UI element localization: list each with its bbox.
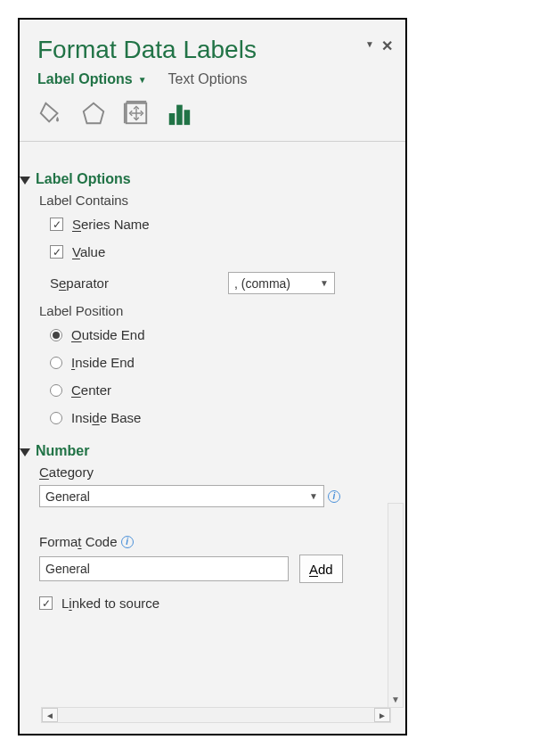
separator-label: Separator — [50, 275, 228, 291]
number-body: Category General ▼ i Format Code i Add — [39, 464, 405, 611]
panel-title: Format Data Labels — [37, 36, 257, 64]
category-dropdown[interactable]: General ▼ — [39, 485, 324, 507]
close-icon[interactable]: ✕ — [381, 37, 393, 54]
panel-header: Format Data Labels ✕ — [37, 36, 393, 64]
radio-icon — [50, 329, 62, 341]
collapse-arrow-icon — [20, 448, 30, 456]
checkbox-icon — [50, 245, 63, 259]
add-button[interactable]: Add — [299, 555, 343, 583]
fill-icon[interactable] — [37, 100, 64, 130]
divider — [20, 141, 405, 142]
svg-marker-0 — [84, 103, 104, 124]
scroll-left-icon[interactable]: ◄ — [42, 708, 58, 722]
format-data-labels-panel: Format Data Labels ✕ Label Options ▼ Tex… — [18, 18, 407, 735]
svg-rect-6 — [184, 110, 191, 125]
separator-dropdown[interactable]: , (comma) ▼ — [228, 272, 335, 294]
checkbox-value[interactable]: Value — [50, 244, 405, 259]
category-row: General ▼ i — [39, 485, 405, 507]
checkbox-icon — [50, 218, 63, 231]
size-properties-icon[interactable] — [123, 100, 150, 130]
task-pane-options-icon[interactable] — [365, 37, 374, 54]
chevron-down-icon: ▼ — [138, 75, 147, 85]
separator-value: , (comma) — [234, 276, 290, 291]
effects-icon[interactable] — [80, 100, 107, 130]
format-code-label: Format Code i — [39, 534, 405, 549]
scroll-down-icon[interactable]: ▼ — [388, 691, 403, 707]
chart-options-icon[interactable] — [166, 100, 192, 130]
chevron-down-icon: ▼ — [309, 491, 318, 501]
tab-label-options-text: Label Options — [37, 71, 133, 87]
linked-to-source-label: Linked to source — [61, 596, 159, 611]
checkbox-linked-to-source[interactable]: Linked to source — [39, 596, 405, 611]
scroll-right-icon[interactable]: ► — [374, 708, 390, 722]
tab-label-options[interactable]: Label Options ▼ — [37, 71, 147, 87]
checkbox-icon — [39, 596, 53, 610]
section-label-options-header[interactable]: Label Options — [20, 171, 405, 187]
label-contains-options: Series Name Value — [50, 217, 405, 259]
format-code-input[interactable] — [39, 556, 289, 581]
radio-inside-base[interactable]: Inside Base — [50, 410, 405, 425]
radio-icon — [50, 357, 62, 369]
radio-center[interactable]: Center — [50, 382, 405, 398]
section-label-options: Label Options Label Contains Series Name… — [20, 171, 405, 425]
label-position-options: Outside End Inside End Center Inside Bas… — [50, 327, 405, 425]
collapse-arrow-icon — [20, 177, 30, 185]
info-icon[interactable]: i — [328, 490, 340, 503]
value-label: Value — [72, 244, 105, 259]
inside-base-label: Inside Base — [71, 410, 141, 425]
section-number: Number Category General ▼ i Format Code … — [20, 443, 405, 611]
label-contains-heading: Label Contains — [39, 193, 405, 208]
label-position-heading: Label Position — [39, 303, 405, 318]
section-label-options-title: Label Options — [36, 171, 131, 187]
section-number-header[interactable]: Number — [20, 443, 405, 459]
svg-rect-5 — [176, 105, 183, 126]
svg-rect-4 — [169, 113, 176, 125]
info-icon[interactable]: i — [121, 536, 134, 548]
outside-end-label: Outside End — [71, 327, 145, 342]
section-number-title: Number — [36, 443, 89, 459]
radio-icon — [50, 384, 62, 397]
category-value: General — [45, 489, 90, 504]
top-tabs: Label Options ▼ Text Options — [37, 71, 393, 87]
radio-outside-end[interactable]: Outside End — [50, 327, 405, 342]
category-label: Category — [39, 464, 405, 480]
scrollable-content: Label Options Label Contains Series Name… — [20, 162, 405, 734]
radio-inside-end[interactable]: Inside End — [50, 355, 405, 370]
chevron-down-icon: ▼ — [320, 278, 329, 288]
center-label: Center — [71, 382, 111, 398]
inside-end-label: Inside End — [71, 355, 135, 370]
series-name-label: Series Name — [72, 217, 150, 232]
tab-text-options[interactable]: Text Options — [168, 71, 248, 87]
format-code-row: Add — [39, 555, 405, 583]
checkbox-series-name[interactable]: Series Name — [50, 217, 405, 232]
vertical-scrollbar[interactable]: ▼ — [388, 503, 404, 708]
horizontal-scrollbar[interactable]: ◄ ► — [41, 707, 391, 723]
panel-header-controls: ✕ — [365, 37, 393, 54]
separator-row: Separator , (comma) ▼ — [50, 272, 405, 294]
radio-icon — [50, 412, 62, 424]
property-icon-bar — [37, 100, 393, 130]
